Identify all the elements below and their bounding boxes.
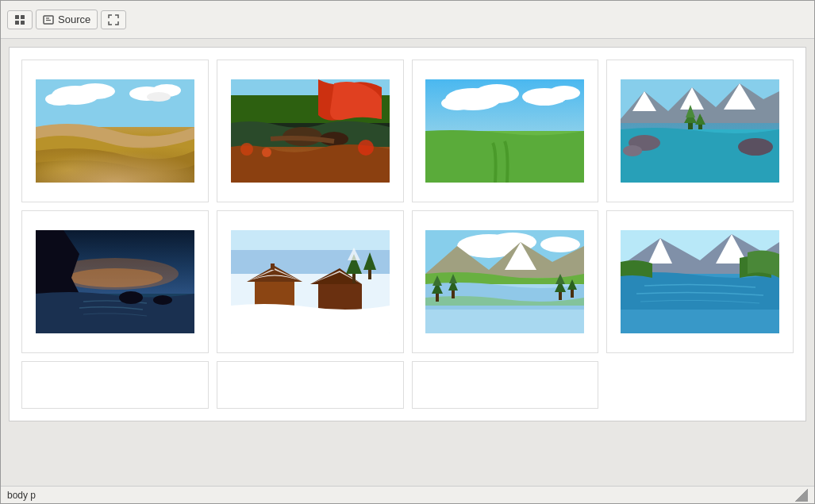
image-autumn [231,79,390,183]
alpine-svg [425,230,584,333]
resize-grip[interactable] [795,489,808,502]
source-button[interactable]: Source [36,10,98,29]
image-cell-2[interactable] [217,60,404,202]
svg-point-40 [119,291,143,304]
svg-rect-57 [559,292,562,300]
image-meadow [425,79,584,183]
svg-rect-48 [352,274,356,283]
svg-point-25 [441,96,473,110]
svg-rect-58 [571,290,574,298]
image-blue-lake [621,230,779,333]
desert-svg [36,79,194,183]
svg-point-13 [147,92,171,102]
svg-point-10 [45,93,74,106]
svg-point-21 [358,140,374,156]
svg-point-9 [75,83,115,99]
autumn-svg [231,79,390,183]
svg-point-19 [240,143,253,156]
snow-svg [231,230,390,333]
svg-point-34 [738,138,773,156]
source-label: Source [58,13,90,25]
image-cell-6[interactable] [217,210,404,353]
toolbar: Source [1,1,814,39]
image-cell-10[interactable] [217,361,404,409]
svg-rect-0 [15,15,19,19]
svg-rect-47 [271,264,275,270]
content-area [1,39,814,486]
svg-rect-2 [15,21,19,25]
image-cell-4[interactable] [606,60,794,202]
grid-view-button[interactable] [7,10,33,29]
mountain-svg [621,79,779,183]
main-window: Source [0,0,815,504]
source-icon [43,14,54,25]
blue-lake-svg [621,230,779,333]
ocean-svg [36,230,194,333]
image-cell-11[interactable] [412,361,599,409]
svg-rect-43 [231,250,390,274]
image-snow [231,230,390,333]
svg-point-38 [67,268,163,287]
image-cell-1[interactable] [21,60,209,202]
svg-rect-56 [452,290,455,298]
svg-point-35 [623,145,642,156]
image-cell-5[interactable] [21,210,209,353]
image-grid [9,47,806,421]
svg-rect-46 [318,284,362,312]
image-alpine [425,230,584,333]
status-selector: body p [7,490,36,501]
fullscreen-button[interactable] [101,10,126,29]
svg-rect-1 [21,15,25,19]
status-bar: body p [1,486,814,503]
svg-rect-55 [436,294,439,302]
image-cell-9[interactable] [21,361,209,409]
svg-rect-49 [368,270,371,279]
image-mountain [621,79,779,183]
fullscreen-icon [108,14,119,25]
svg-point-20 [262,148,271,157]
image-cell-8[interactable] [606,210,794,353]
image-cell-7[interactable] [412,210,599,353]
svg-rect-3 [21,21,25,25]
image-ocean [36,230,194,333]
svg-point-53 [540,237,580,252]
svg-point-27 [548,86,580,100]
meadow-svg [425,79,584,183]
image-desert [36,79,194,183]
main-scroll[interactable] [1,39,814,486]
image-cell-3[interactable] [412,60,599,202]
svg-point-24 [475,84,519,103]
grid-icon [14,14,25,25]
svg-point-41 [153,295,172,305]
